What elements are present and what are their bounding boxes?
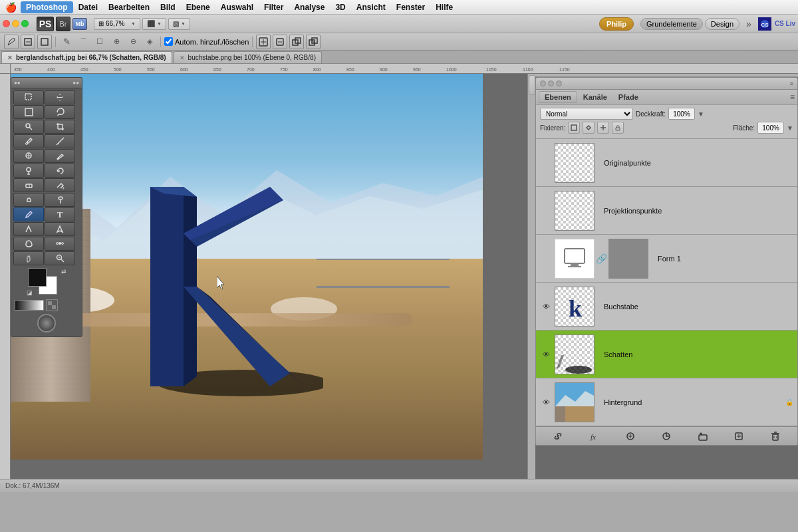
options-add-mask[interactable] [256,35,271,49]
pen-tool-btn[interactable] [13,207,44,221]
panel-menu-icon[interactable]: ≡ [790,92,795,102]
layer-vis-projektionspunkte[interactable]: 👁 [540,205,552,217]
workspace-design[interactable]: Design [705,18,739,30]
direct-select-tool[interactable] [45,222,75,236]
options-pen-remove[interactable]: ⊖ [126,35,140,49]
foreground-color-box[interactable] [28,268,47,287]
tab-kanaele[interactable]: Kanäle [578,92,612,102]
workspace-more[interactable]: » [746,19,751,29]
blend-mode-select[interactable]: Normal [540,108,633,120]
layer-buchstabe[interactable]: 👁 k Buchstabe [536,283,797,331]
new-layer-btn[interactable] [732,430,745,443]
hand-tool-btn[interactable] [13,251,44,265]
tab-close-1[interactable]: ✕ [7,55,13,61]
fill-tool[interactable] [45,178,75,192]
screen-mode-dropdown[interactable]: ⬛ ▼ [142,18,166,30]
options-subtract-mask[interactable] [273,35,287,49]
swap-colors[interactable]: ⇄ [61,268,66,275]
options-pen-freeform[interactable]: ☐ [92,35,107,49]
tab-close-2[interactable]: ✕ [180,55,185,61]
pattern-preview[interactable] [46,299,58,311]
options-intersect-mask[interactable] [289,35,304,49]
mb-icon[interactable]: Mb [72,18,87,30]
default-colors[interactable]: ◪ [27,289,33,296]
layer-vis-schatten[interactable]: 👁 [540,348,552,360]
menu-fenster[interactable]: Fenster [391,1,430,13]
menu-bild[interactable]: Bild [155,1,181,13]
close-button[interactable] [3,20,10,27]
menu-ebene[interactable]: Ebene [181,1,215,13]
eyedropper-tool[interactable] [13,134,44,148]
zoom-tool-btn[interactable] [45,251,75,265]
opacity-arrow[interactable]: ▼ [698,110,704,118]
panel-min-btn[interactable] [548,80,554,86]
fix-pixel-btn[interactable] [583,122,595,134]
shape-tool-btn[interactable] [13,237,44,251]
menu-bearbeiten[interactable]: Bearbeiten [103,1,155,13]
view-extras-dropdown[interactable]: ▧ ▼ [168,18,190,30]
fix-move-btn[interactable] [597,122,609,134]
options-pen-add[interactable]: ⊕ [109,35,124,49]
tab-pfade[interactable]: Pfade [613,92,644,102]
fill-arrow[interactable]: ▼ [787,124,793,132]
fill-input[interactable] [757,122,784,134]
layers-panel-titlebar[interactable]: ≡ [535,77,798,89]
history-brush-tool[interactable] [45,164,75,178]
layer-vis-form1[interactable]: 👁 [540,253,552,265]
move-tool[interactable] [45,90,75,104]
menu-filter[interactable]: Filter [259,1,289,13]
marquee-tool[interactable] [13,105,44,119]
menu-analyse[interactable]: Analyse [289,1,330,13]
minimize-button[interactable] [12,20,19,27]
layer-hintergrund[interactable]: 👁 Hintergrund 🔒 [536,378,797,426]
clone-stamp-tool[interactable] [13,164,44,178]
opacity-input[interactable] [668,108,695,120]
menu-auswahl[interactable]: Auswahl [215,1,259,13]
quick-select-tool[interactable] [13,120,44,134]
options-exclude-mask[interactable] [306,35,321,49]
apple-menu[interactable]: 🍎 [5,2,17,13]
brush-tool[interactable] [45,149,75,163]
smooth-tool[interactable] [45,237,75,251]
menu-photoshop[interactable]: Photoshop [21,1,73,13]
text-tool-btn[interactable]: T [45,207,75,221]
tab-berglandschaft[interactable]: ✕ berglandschaft.jpg bei 66,7% (Schatten… [1,51,172,63]
layer-projektionspunkte[interactable]: 👁 Projektionspunkte [536,187,797,235]
panel-close-btn[interactable] [540,80,546,86]
menu-3d[interactable]: 3D [330,1,350,13]
adj-layer-btn[interactable] [660,430,673,443]
options-pen-sub[interactable]: ✎ [59,35,74,49]
workspace-grundelemente[interactable]: Grundelemente [640,18,703,30]
add-mask-btn[interactable] [624,430,637,443]
options-icon-3[interactable] [37,35,52,49]
options-pen-icon[interactable] [4,35,19,49]
vertical-scrollbar[interactable] [527,74,535,479]
options-pen-curve[interactable]: ⌒ [76,35,90,49]
menu-hilfe[interactable]: Hilfe [430,1,458,13]
menu-ansicht[interactable]: Ansicht [351,1,391,13]
layer-vis-hintergrund[interactable]: 👁 [540,396,552,408]
tab-buchstabe[interactable]: ✕ buchstabe.png bei 100% (Ebene 0, RGB/8… [174,51,322,63]
link-layers-btn[interactable] [551,430,565,443]
options-pen-convert[interactable]: ◈ [142,35,157,49]
panel-expand-icon[interactable]: ≡ [790,80,793,87]
panel-max-btn[interactable] [556,80,562,86]
maximize-button[interactable] [21,20,29,27]
toolbox-header[interactable]: ●● ●● [11,77,82,88]
new-group-btn[interactable] [696,430,710,443]
path-select-tool[interactable] [13,222,44,236]
gradient-preview[interactable] [15,300,44,311]
blur-tool[interactable] [13,193,44,207]
options-auto-checkbox[interactable] [164,37,173,46]
tab-ebenen[interactable]: Ebenen [539,91,577,103]
options-icon-2[interactable] [21,35,35,49]
user-button[interactable]: Philip [599,17,634,31]
healing-brush-tool[interactable] [13,149,44,163]
image-arrange-dropdown[interactable]: ⊞ 66,7% ▼ [94,18,140,30]
ruler-tool-btn[interactable] [45,134,75,148]
crop-tool[interactable] [45,120,75,134]
br-icon[interactable]: Br [56,17,70,31]
layer-vis-originalpunkte[interactable]: 👁 [540,157,552,169]
quick-mask-btn[interactable] [37,314,56,332]
fx-btn[interactable]: fx [588,430,601,443]
